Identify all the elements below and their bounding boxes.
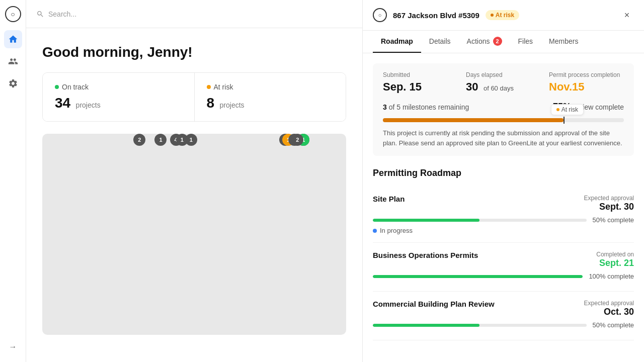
roadmap-item-name: Business Operations Permits xyxy=(373,251,478,259)
close-button[interactable]: × xyxy=(620,8,634,22)
sidebar-item-settings[interactable] xyxy=(4,74,22,93)
on-track-dot xyxy=(55,85,59,89)
status-summary-box: Submitted Sep. 15 Days elapsed 30 of 60 … xyxy=(373,63,634,156)
sidebar: ○ → xyxy=(0,0,26,362)
approval-date: Sept. 30 xyxy=(584,202,634,212)
status-grid: Submitted Sep. 15 Days elapsed 30 of 60 … xyxy=(383,71,624,94)
roadmap-item-header: Business Operations Permits Completed on… xyxy=(373,251,634,268)
map-marker[interactable]: 1 xyxy=(154,134,167,146)
top-bar: Search... xyxy=(26,0,362,28)
progress-track xyxy=(383,118,624,122)
roadmap-item-header: Commercial Building Plan Review Expected… xyxy=(373,300,634,317)
roadmap-item-business-ops: Business Operations Permits Completed on… xyxy=(373,243,634,292)
roadmap-status: In progress xyxy=(373,227,634,234)
roadmap-progress-row: 50% complete xyxy=(373,216,634,224)
main-content: Search... Good morning, Jenny! On track … xyxy=(26,0,362,362)
tab-files[interactable]: Files xyxy=(510,31,541,53)
at-risk-tooltip: At risk xyxy=(551,104,584,115)
roadmap-progress-row: 100% complete xyxy=(373,273,634,280)
roadmap-approval: Expected approval Oct. 30 xyxy=(584,300,634,317)
greeting-text: Good morning, Jenny! xyxy=(42,44,346,60)
approval-label: Completed on xyxy=(596,251,634,258)
roadmap-section-title: Permitting Roadmap xyxy=(373,168,634,178)
days-elapsed-col: Days elapsed 30 of 60 days xyxy=(466,71,541,94)
roadmap-item-name: Site Plan xyxy=(373,195,405,203)
tab-actions[interactable]: Actions 2 xyxy=(459,31,510,53)
roadmap-item-name: Commercial Building Plan Review xyxy=(373,300,495,308)
roadmap-track xyxy=(373,324,587,327)
submitted-col: Submitted Sep. 15 xyxy=(383,71,458,94)
map-area[interactable]: 1 2 4 1 1 2 1 3 2 1 2 xyxy=(42,134,346,335)
on-track-count: 34 xyxy=(55,95,70,111)
approval-label: Expected approval xyxy=(584,300,634,307)
panel-logo: ○ xyxy=(373,8,387,22)
search-icon xyxy=(36,10,44,18)
roadmap-approval: Expected approval Sept. 30 xyxy=(584,195,634,212)
submitted-value: Sep. 15 xyxy=(383,80,458,94)
days-elapsed-of: of 60 days xyxy=(484,84,514,92)
panel-body: Submitted Sep. 15 Days elapsed 30 of 60 … xyxy=(363,53,644,362)
progress-container: At risk xyxy=(383,118,624,122)
tab-roadmap[interactable]: Roadmap xyxy=(373,31,421,53)
map-marker[interactable]: 1 xyxy=(176,134,188,146)
panel-title-row: ○ 867 Jackson Blvd #5309 At risk xyxy=(373,8,519,22)
milestones-row: 3 of 5 milestones remaining 75% review c… xyxy=(383,102,624,112)
sidebar-item-users[interactable] xyxy=(4,52,22,70)
tab-members[interactable]: Members xyxy=(541,31,586,53)
users-icon xyxy=(8,56,18,66)
approval-date-green: Sept. 21 xyxy=(596,258,634,268)
at-risk-dot-badge xyxy=(491,14,494,17)
roadmap-fill xyxy=(373,219,479,222)
on-track-unit: projects xyxy=(76,101,101,109)
risk-description: This project is currently at risk pendin… xyxy=(383,128,624,148)
panel-tabs: Roadmap Details Actions 2 Files Members xyxy=(363,31,644,53)
roadmap-item-commercial: Commercial Building Plan Review Expected… xyxy=(373,292,634,340)
stats-row: On track 34 projects At risk 8 projects xyxy=(42,72,346,122)
arrow-icon: → xyxy=(9,342,17,351)
roadmap-track xyxy=(373,275,583,278)
progress-marker xyxy=(564,117,565,124)
panel-address: 867 Jackson Blvd #5309 xyxy=(393,11,479,20)
at-risk-dot xyxy=(207,85,211,89)
at-risk-badge: At risk xyxy=(486,10,519,20)
approval-label: Expected approval xyxy=(584,195,634,202)
content-area: Good morning, Jenny! On track 34 project… xyxy=(26,28,362,362)
panel-header: ○ 867 Jackson Blvd #5309 At risk × xyxy=(363,0,644,31)
on-track-card: On track 34 projects xyxy=(43,73,195,121)
actions-badge: 2 xyxy=(493,37,502,46)
at-risk-count: 8 xyxy=(207,95,215,111)
submitted-label: Submitted xyxy=(383,71,458,78)
roadmap-item-site-plan: Site Plan Expected approval Sept. 30 50%… xyxy=(373,187,634,243)
completion-value: Nov.15 xyxy=(549,80,624,94)
days-elapsed-label: Days elapsed xyxy=(466,71,541,78)
search-box[interactable]: Search... xyxy=(36,10,76,18)
approval-date: Oct. 30 xyxy=(584,307,634,317)
home-icon xyxy=(8,34,18,44)
sidebar-collapse-button[interactable]: → xyxy=(4,338,22,356)
at-risk-label: At risk xyxy=(207,83,334,91)
tooltip-dot xyxy=(556,108,559,111)
status-dot xyxy=(373,229,377,233)
roadmap-fill xyxy=(373,275,583,278)
days-elapsed-value: 30 xyxy=(466,80,478,93)
at-risk-card: At risk 8 projects xyxy=(195,73,346,121)
app-logo: ○ xyxy=(5,6,21,22)
roadmap-approval: Completed on Sept. 21 xyxy=(596,251,634,268)
progress-fill xyxy=(383,118,564,122)
milestones-text: 3 of 5 milestones remaining xyxy=(383,103,469,111)
tab-details[interactable]: Details xyxy=(421,31,459,53)
completion-col: Permit process completion Nov.15 xyxy=(549,71,624,94)
map-marker[interactable]: 2 xyxy=(133,134,145,146)
search-placeholder: Search... xyxy=(48,10,76,18)
settings-icon xyxy=(8,78,18,88)
roadmap-pct: 50% complete xyxy=(593,216,634,224)
at-risk-unit: projects xyxy=(220,101,245,109)
roadmap-item-header: Site Plan Expected approval Sept. 30 xyxy=(373,195,634,212)
roadmap-pct: 100% complete xyxy=(589,273,634,280)
on-track-label: On track xyxy=(55,83,182,91)
roadmap-fill xyxy=(373,324,479,327)
roadmap-track xyxy=(373,219,587,222)
detail-panel: ○ 867 Jackson Blvd #5309 At risk × Roadm… xyxy=(362,0,644,362)
sidebar-item-home[interactable] xyxy=(4,30,22,48)
roadmap-progress-row: 50% complete xyxy=(373,321,634,329)
